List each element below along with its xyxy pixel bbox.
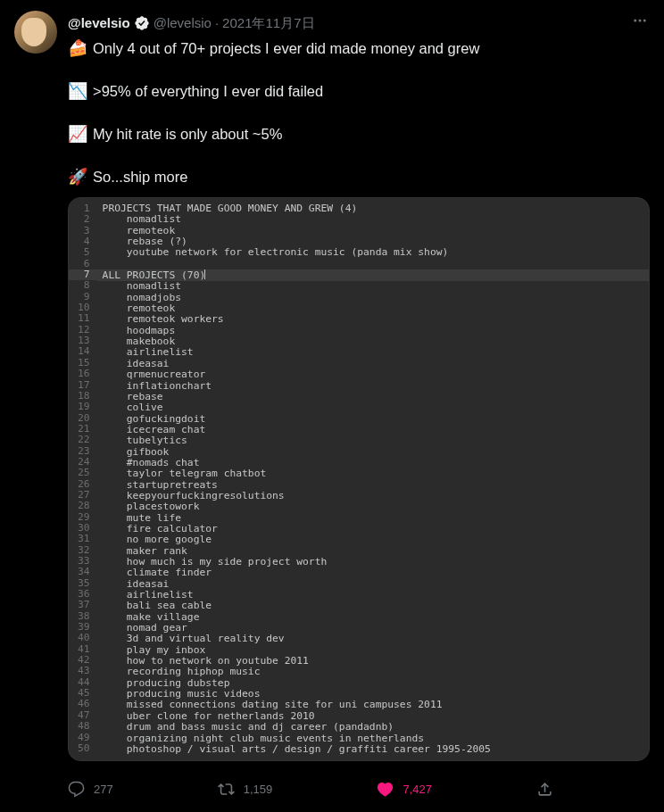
code-line: organizing night club music events in ne… (103, 733, 640, 744)
code-line: placestowork (103, 501, 640, 512)
code-line: youtube network for electronic music (pa… (103, 247, 640, 258)
line-number: 46 (78, 699, 90, 709)
code-line: recording hiphop music (103, 667, 640, 677)
line-number: 5 (78, 247, 90, 258)
svg-point-0 (634, 20, 636, 22)
code-line: inflationchart (103, 381, 640, 392)
code-line: climate finder (103, 568, 640, 578)
code-line: no more google (103, 534, 640, 545)
line-number: 25 (78, 468, 90, 478)
code-line: missed connections dating site for uni c… (103, 700, 640, 710)
code-line: colive (103, 402, 640, 413)
line-number: 50 (78, 743, 90, 754)
heart-icon (377, 781, 394, 798)
tweet-line: 🚀So...ship more (68, 165, 650, 188)
line-number: 7 (69, 269, 97, 280)
emoji: 🍰 (68, 40, 87, 56)
tweet-text: 🍰Only 4 out of 70+ projects I ever did m… (68, 37, 650, 188)
code-line: qrmenucreator (103, 369, 640, 380)
emoji: 📈 (68, 126, 87, 142)
line-number: 48 (78, 721, 90, 732)
retweet-count: 1,159 (244, 783, 273, 796)
line-number: 14 (78, 346, 90, 357)
line-number: 28 (78, 501, 90, 511)
code-line: drum and bass music and dj career (panda… (103, 722, 640, 733)
emoji: 📉 (68, 83, 87, 99)
line-number: 19 (78, 402, 90, 412)
tweet-actions: 277 1,159 7,427 (0, 772, 607, 807)
line-number: 43 (78, 666, 90, 676)
more-button[interactable] (630, 11, 650, 35)
tweet-line-text: So...ship more (93, 165, 187, 188)
line-number: 31 (78, 534, 90, 544)
verified-badge-icon (134, 15, 150, 31)
line-number: 8 (78, 280, 90, 291)
code-line: bali sea cable (103, 601, 640, 611)
tweet-date[interactable]: 2021年11月7日 (222, 14, 314, 32)
line-number: 40 (78, 633, 90, 643)
like-button[interactable]: 7,427 (377, 781, 432, 798)
tweet-line-text: >95% of everything I ever did failed (93, 79, 323, 103)
line-number: 17 (78, 380, 90, 391)
code-image[interactable]: 1234567891011121314151617181920212223242… (68, 197, 650, 761)
share-icon (536, 781, 553, 798)
tweet-line: 📉>95% of everything I ever did failed (68, 79, 650, 103)
avatar[interactable] (14, 11, 57, 54)
retweet-button[interactable]: 1,159 (218, 781, 273, 798)
line-number-gutter: 1234567891011121314151617181920212223242… (69, 198, 97, 760)
user-handle[interactable]: @levelsio (154, 14, 212, 32)
separator-dot: · (215, 14, 219, 32)
code-line: nomadjobs (103, 293, 640, 303)
tweet: @levelsio @levelsio · 2021年11月7日 🍰Only 4… (0, 0, 664, 772)
code-line: hoodmaps (103, 326, 640, 336)
code-line: rebase (103, 392, 640, 402)
line-number: 16 (78, 369, 90, 379)
svg-point-2 (643, 20, 646, 22)
code-line: nomadlist (103, 214, 640, 225)
tweet-content: @levelsio @levelsio · 2021年11月7日 🍰Only 4… (68, 11, 650, 761)
code-line: photoshop / visual arts / design / graff… (103, 744, 640, 755)
display-name[interactable]: @levelsio (68, 14, 130, 32)
reply-count: 277 (94, 783, 113, 796)
line-number: 49 (78, 733, 90, 743)
code-line: airlinelist (103, 347, 640, 358)
tweet-line-text: My hit rate is only about ~5% (93, 122, 282, 145)
code-line (103, 259, 640, 269)
text-cursor (204, 269, 205, 279)
code-line: tubelytics (103, 435, 640, 446)
line-number: 11 (78, 313, 90, 324)
code-line: 3d and virtual reality dev (103, 634, 640, 644)
tweet-line: 🍰Only 4 out of 70+ projects I ever did m… (68, 37, 650, 60)
tweet-line: 📈My hit rate is only about ~5% (68, 122, 650, 145)
code-line: nomadlist (103, 281, 640, 292)
tweet-header: @levelsio @levelsio · 2021年11月7日 🍰Only 4… (14, 11, 650, 761)
code-line: taylor telegram chatbot (103, 468, 640, 479)
line-number: 34 (78, 567, 90, 577)
code-content: PROJECTS THAT MADE GOOD MONEY AND GREW (… (97, 198, 649, 760)
user-line: @levelsio @levelsio · 2021年11月7日 (68, 11, 650, 35)
more-icon (632, 12, 648, 29)
line-number: 22 (78, 435, 90, 445)
reply-button[interactable]: 277 (68, 781, 113, 798)
svg-point-1 (639, 20, 642, 22)
tweet-line-text: Only 4 out of 70+ projects I ever did ma… (93, 37, 479, 60)
code-line: remoteok workers (103, 314, 640, 325)
line-number: 37 (78, 600, 90, 610)
code-line: ALL PROJECTS (70) (97, 269, 649, 281)
line-number: 2 (78, 214, 90, 225)
code-line: PROJECTS THAT MADE GOOD MONEY AND GREW (… (103, 203, 640, 214)
share-button[interactable] (536, 781, 553, 798)
like-count: 7,427 (403, 783, 432, 796)
emoji: 🚀 (68, 169, 87, 185)
retweet-icon (218, 781, 235, 798)
reply-icon (68, 781, 85, 798)
